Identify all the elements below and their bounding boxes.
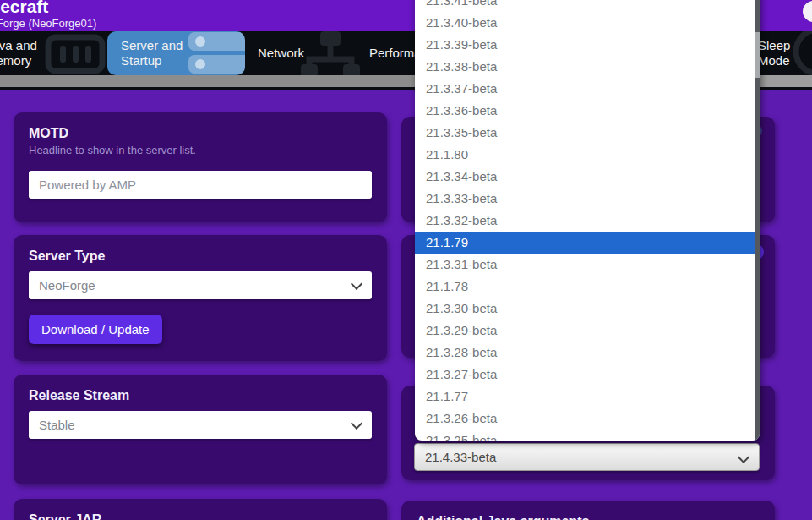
version-option[interactable]: 21.3.31-beta	[415, 254, 760, 276]
chevron-down-icon	[738, 452, 749, 463]
server-type-value: NeoForge	[39, 278, 95, 293]
specific-version-value: 21.4.33-beta	[425, 450, 496, 464]
additional-arguments-title: Additional Java arguments	[417, 514, 760, 520]
dropdown-scrollbar-thumb[interactable]	[755, 32, 760, 78]
chevron-down-icon	[351, 418, 362, 430]
motd-card: MOTD Headline to show in the server list…	[14, 112, 387, 222]
server-type-card: Server Type NeoForge Download / Update	[14, 235, 387, 361]
tab-network[interactable]: Network	[245, 31, 368, 75]
release-stream-select[interactable]: Stable	[29, 411, 372, 439]
specific-version-select[interactable]: 21.4.33-beta	[414, 443, 760, 471]
version-option[interactable]: 21.3.32-beta	[415, 210, 760, 232]
memory-icon	[44, 31, 106, 75]
release-stream-title: Release Stream	[29, 388, 372, 403]
instance-subtitle: NeoForge (NeoForge01)	[0, 17, 96, 30]
version-option[interactable]: 21.1.80	[415, 144, 760, 166]
version-option[interactable]: 21.3.40-beta	[415, 12, 760, 34]
release-stream-value: Stable	[39, 418, 75, 432]
server-type-select[interactable]: NeoForge	[29, 271, 372, 299]
version-option[interactable]: 21.3.37-beta	[415, 78, 760, 100]
server-type-title: Server Type	[29, 249, 372, 264]
server-stack-icon	[188, 32, 245, 75]
version-dropdown-popup: 21.3.41-beta21.3.40-beta21.3.39-beta21.3…	[415, 0, 760, 441]
version-option[interactable]: 21.3.30-beta	[415, 298, 760, 320]
chevron-down-icon	[351, 278, 362, 290]
server-jar-title: Server JAR	[29, 512, 372, 520]
version-option[interactable]: 21.1.78	[415, 276, 760, 298]
download-update-button[interactable]: Download / Update	[29, 315, 162, 344]
version-option[interactable]: 21.3.28-beta	[415, 342, 760, 364]
tab-java-and-memory[interactable]: Java and Memory	[0, 31, 121, 75]
tab-label: Network	[258, 46, 304, 61]
network-icon	[294, 31, 367, 75]
version-option[interactable]: 21.3.38-beta	[415, 56, 760, 78]
version-option[interactable]: 21.3.33-beta	[415, 188, 760, 210]
version-option[interactable]: 21.1.77	[415, 386, 760, 408]
version-option-list: 21.3.41-beta21.3.40-beta21.3.39-beta21.3…	[415, 0, 760, 441]
version-option[interactable]: 21.3.39-beta	[415, 34, 760, 56]
version-option[interactable]: 21.3.34-beta	[415, 166, 760, 188]
version-option[interactable]: 21.3.26-beta	[415, 408, 760, 430]
release-stream-card: Release Stream Stable	[14, 375, 387, 484]
version-option[interactable]: 21.3.27-beta	[415, 364, 760, 386]
version-option[interactable]: 21.3.29-beta	[415, 320, 760, 342]
tab-label: Java and Memory	[0, 38, 53, 68]
motd-title: MOTD	[29, 126, 372, 141]
tab-label: Server and Startup	[121, 38, 188, 68]
version-option[interactable]: 21.3.25-beta	[415, 430, 760, 441]
motd-description: Headline to show in the server list.	[29, 144, 372, 156]
dropdown-scrollbar[interactable]	[755, 0, 760, 441]
user-avatar[interactable]	[803, 1, 812, 22]
page-title: Minecraft	[0, 0, 48, 17]
server-jar-card: Server JAR	[14, 499, 387, 520]
amp-server-settings-page: Minecraft NeoForge (NeoForge01) Java and…	[0, 0, 812, 520]
additional-arguments-card: Additional Java arguments	[401, 501, 775, 520]
motd-input[interactable]	[29, 171, 372, 199]
version-option[interactable]: 21.3.41-beta	[415, 0, 760, 12]
tab-label: Sleep Mode	[758, 38, 812, 68]
tab-server-and-startup[interactable]: Server and Startup	[107, 31, 245, 75]
version-option[interactable]: 21.3.35-beta	[415, 122, 760, 144]
version-option[interactable]: 21.1.79	[415, 232, 760, 254]
version-option[interactable]: 21.3.36-beta	[415, 100, 760, 122]
